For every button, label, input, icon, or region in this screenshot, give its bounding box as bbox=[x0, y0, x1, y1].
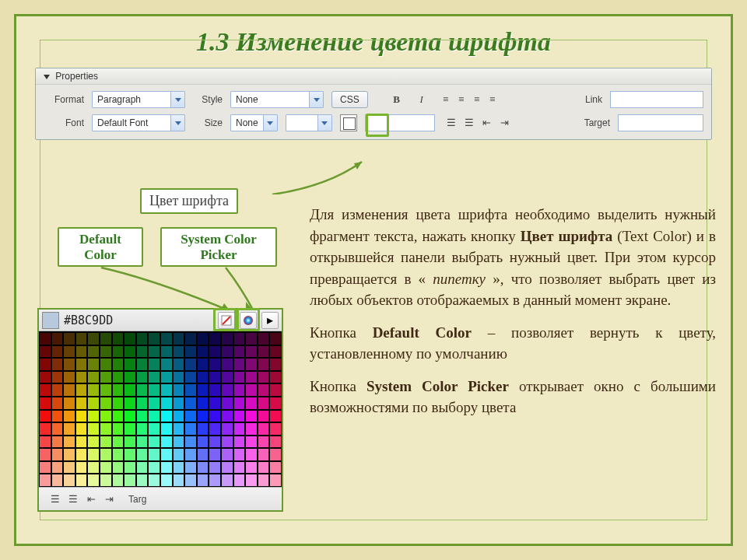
color-cell[interactable] bbox=[75, 422, 88, 436]
color-cell[interactable] bbox=[51, 461, 64, 474]
color-cell[interactable] bbox=[221, 410, 233, 423]
color-cell[interactable] bbox=[136, 345, 149, 359]
color-cell[interactable] bbox=[197, 410, 209, 423]
color-cell[interactable] bbox=[148, 461, 160, 474]
color-cell[interactable] bbox=[233, 410, 246, 423]
color-cell[interactable] bbox=[233, 474, 246, 487]
color-cell[interactable] bbox=[221, 345, 233, 359]
color-cell[interactable] bbox=[100, 461, 112, 474]
color-cell[interactable] bbox=[100, 410, 112, 423]
color-cell[interactable] bbox=[258, 422, 270, 436]
color-cell[interactable] bbox=[51, 383, 64, 397]
color-cell[interactable] bbox=[269, 371, 282, 384]
color-cell[interactable] bbox=[160, 436, 173, 449]
color-cell[interactable] bbox=[233, 397, 246, 410]
color-cell[interactable] bbox=[221, 436, 233, 449]
color-cell[interactable] bbox=[124, 474, 136, 487]
color-cell[interactable] bbox=[100, 448, 112, 461]
color-cell[interactable] bbox=[87, 383, 100, 397]
text-color-button[interactable] bbox=[340, 114, 357, 131]
color-cell[interactable] bbox=[245, 410, 258, 423]
color-cell[interactable] bbox=[173, 448, 185, 461]
color-cell[interactable] bbox=[63, 474, 75, 487]
color-cell[interactable] bbox=[148, 332, 160, 345]
color-cell[interactable] bbox=[148, 358, 160, 371]
color-cell[interactable] bbox=[39, 358, 51, 371]
color-cell[interactable] bbox=[75, 397, 88, 410]
color-cell[interactable] bbox=[258, 397, 270, 410]
indent-button[interactable]: ⇥ bbox=[496, 114, 514, 131]
color-cell[interactable] bbox=[39, 474, 51, 487]
color-cell[interactable] bbox=[184, 397, 197, 410]
color-cell[interactable] bbox=[63, 448, 75, 461]
color-cell[interactable] bbox=[39, 422, 51, 436]
color-cell[interactable] bbox=[197, 474, 209, 487]
color-cell[interactable] bbox=[39, 383, 51, 397]
color-cell[interactable] bbox=[75, 332, 88, 345]
color-cell[interactable] bbox=[136, 383, 149, 397]
color-cell[interactable] bbox=[258, 448, 270, 461]
color-cell[interactable] bbox=[173, 332, 185, 345]
system-color-picker-button[interactable] bbox=[240, 312, 257, 329]
color-cell[interactable] bbox=[39, 371, 51, 384]
color-cell[interactable] bbox=[160, 358, 173, 371]
color-cell[interactable] bbox=[63, 410, 75, 423]
color-cell[interactable] bbox=[87, 422, 100, 436]
color-cell[interactable] bbox=[112, 397, 124, 410]
color-cell[interactable] bbox=[209, 410, 221, 423]
color-cell[interactable] bbox=[124, 332, 136, 345]
color-cell[interactable] bbox=[221, 332, 233, 345]
color-cell[interactable] bbox=[233, 345, 246, 359]
color-cell[interactable] bbox=[87, 436, 100, 449]
default-color-button[interactable] bbox=[218, 312, 235, 329]
color-cell[interactable] bbox=[124, 397, 136, 410]
color-cell[interactable] bbox=[221, 461, 233, 474]
color-cell[interactable] bbox=[63, 422, 75, 436]
color-cell[interactable] bbox=[112, 422, 124, 436]
color-cell[interactable] bbox=[87, 397, 100, 410]
color-cell[interactable] bbox=[184, 422, 197, 436]
color-cell[interactable] bbox=[269, 358, 282, 371]
color-cell[interactable] bbox=[173, 345, 185, 359]
color-cell[interactable] bbox=[51, 397, 64, 410]
color-cell[interactable] bbox=[136, 448, 149, 461]
color-cell[interactable] bbox=[148, 397, 160, 410]
font-combo[interactable]: Default Font bbox=[92, 114, 185, 131]
color-cell[interactable] bbox=[184, 345, 197, 359]
color-cell[interactable] bbox=[148, 422, 160, 436]
color-cell[interactable] bbox=[100, 332, 112, 345]
color-cell[interactable] bbox=[173, 422, 185, 436]
color-cell[interactable] bbox=[124, 448, 136, 461]
color-cell[interactable] bbox=[51, 371, 64, 384]
color-cell[interactable] bbox=[87, 448, 100, 461]
color-cell[interactable] bbox=[197, 422, 209, 436]
color-cell[interactable] bbox=[221, 474, 233, 487]
color-cell[interactable] bbox=[87, 332, 100, 345]
css-button[interactable]: CSS bbox=[331, 91, 368, 108]
color-cell[interactable] bbox=[258, 410, 270, 423]
color-cell[interactable] bbox=[124, 461, 136, 474]
picker-list1-icon[interactable]: ☰ bbox=[47, 491, 64, 508]
target-field[interactable] bbox=[618, 114, 703, 131]
color-cell[interactable] bbox=[184, 383, 197, 397]
color-grid[interactable] bbox=[39, 331, 282, 487]
color-cell[interactable] bbox=[197, 461, 209, 474]
color-cell[interactable] bbox=[269, 345, 282, 359]
color-cell[interactable] bbox=[209, 461, 221, 474]
color-cell[interactable] bbox=[112, 371, 124, 384]
color-cell[interactable] bbox=[258, 371, 270, 384]
color-cell[interactable] bbox=[197, 436, 209, 449]
color-cell[interactable] bbox=[39, 461, 51, 474]
color-cell[interactable] bbox=[221, 358, 233, 371]
color-cell[interactable] bbox=[209, 474, 221, 487]
color-cell[interactable] bbox=[75, 358, 88, 371]
color-cell[interactable] bbox=[136, 422, 149, 436]
color-cell[interactable] bbox=[258, 383, 270, 397]
color-cell[interactable] bbox=[87, 371, 100, 384]
color-cell[interactable] bbox=[160, 383, 173, 397]
color-cell[interactable] bbox=[124, 436, 136, 449]
color-cell[interactable] bbox=[100, 383, 112, 397]
color-cell[interactable] bbox=[221, 397, 233, 410]
color-cell[interactable] bbox=[245, 422, 258, 436]
picker-outdent-icon[interactable]: ⇤ bbox=[82, 491, 100, 508]
